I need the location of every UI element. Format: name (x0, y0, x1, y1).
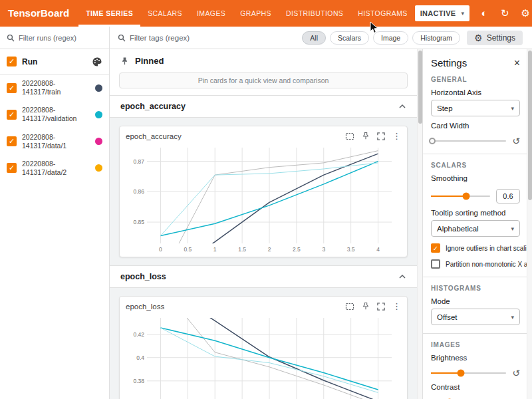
partition-x-checkbox[interactable] (431, 259, 440, 269)
slider-thumb[interactable] (458, 370, 465, 377)
tooltip-sorting-select[interactable]: Alphabetical ▾ (431, 220, 520, 237)
svg-text:0: 0 (159, 246, 162, 253)
search-icon (7, 34, 15, 42)
run-checkbox[interactable]: ✓ (7, 83, 17, 93)
refresh-icon[interactable]: ↻ (499, 7, 511, 19)
smoothing-row (431, 189, 520, 203)
settings-scrollbar[interactable] (527, 49, 532, 399)
ignore-outliers-checkbox[interactable]: ✓ (431, 243, 440, 253)
plugin-tabs: TIME SERIES SCALARS IMAGES GRAPHS DISTRI… (78, 0, 414, 27)
run-checkbox[interactable]: ✓ (7, 110, 17, 120)
svg-text:2: 2 (268, 246, 271, 253)
fit-to-data-icon[interactable] (345, 303, 354, 311)
run-row-data-1[interactable]: ✓ 20220808-141317/data/1 (0, 128, 109, 155)
run-color-dot[interactable] (95, 111, 102, 118)
section-epoch-accuracy[interactable]: epoch_accuracy (110, 95, 417, 118)
cards-scrollbar[interactable] (417, 49, 422, 399)
brightness-row: ↺ (431, 368, 520, 378)
chip-all[interactable]: All (302, 31, 326, 45)
tab-distributions[interactable]: DISTRIBUTIONS (279, 0, 350, 27)
chip-histogram[interactable]: Histogram (412, 31, 460, 45)
run-row-train[interactable]: ✓ 20220808-141317/train (0, 74, 109, 101)
settings-button[interactable]: ⚙ Settings (467, 31, 523, 45)
run-color-dot[interactable] (95, 138, 102, 145)
filter-tags-input[interactable] (130, 34, 298, 42)
smoothing-slider[interactable] (431, 196, 490, 197)
more-options-icon[interactable]: ⋮ (392, 301, 401, 311)
epoch-loss-chart[interactable]: 00.511.522.533.540.360.380.40.42 (126, 313, 397, 399)
run-row-data-2[interactable]: ✓ 20220808-141317/data/2 (0, 155, 109, 182)
reset-icon[interactable]: ↺ (512, 136, 520, 146)
contrast-label: Contrast (431, 383, 520, 391)
slider-fill (431, 196, 466, 197)
settings-scrollbar-thumb[interactable] (528, 51, 532, 200)
pinned-hint: Pin cards for a quick view and compariso… (119, 72, 408, 88)
brightness-slider[interactable] (431, 372, 506, 374)
pin-card-icon[interactable] (362, 302, 370, 311)
horizontal-axis-select[interactable]: Step ▾ (431, 100, 520, 116)
close-icon[interactable]: × (514, 58, 520, 68)
histograms-section-label: HISTOGRAMS (431, 285, 520, 292)
reload-status-dropdown[interactable]: INACTIVE ▾ (415, 5, 470, 21)
card-title: epoch_loss (126, 303, 345, 311)
run-label: 20220808-141317/data/2 (22, 160, 83, 177)
tab-time-series[interactable]: TIME SERIES (78, 0, 140, 27)
run-label: 20220808-141317/validation (22, 106, 83, 123)
run-color-dot[interactable] (95, 84, 102, 92)
tensorboard-app: TensorBoard TIME SERIES SCALARS IMAGES G… (0, 0, 532, 399)
horizontal-axis-label: Horizontal Axis (431, 88, 520, 96)
more-options-icon[interactable]: ⋮ (392, 131, 401, 141)
slider-thumb[interactable] (429, 138, 436, 144)
fullscreen-icon[interactable] (377, 303, 385, 311)
epoch-accuracy-chart[interactable]: 00.511.522.533.540.850.860.87 (126, 142, 397, 254)
run-row-validation[interactable]: ✓ 20220808-141317/validation (0, 101, 109, 128)
histogram-mode-select[interactable]: Offset ▾ (431, 309, 520, 325)
slider-thumb[interactable] (463, 193, 470, 200)
images-section-label: IMAGES (431, 341, 520, 348)
chip-image[interactable]: Image (373, 31, 408, 45)
run-checkbox[interactable]: ✓ (7, 163, 17, 173)
chevron-up-icon[interactable] (398, 103, 406, 110)
card-actions: ⋮ (345, 131, 401, 141)
pinned-title: Pinned (135, 56, 164, 66)
card-width-label: Card Width (431, 122, 520, 130)
svg-text:3: 3 (322, 246, 325, 253)
reset-icon[interactable]: ↺ (512, 368, 520, 378)
chevron-up-icon[interactable] (398, 273, 406, 280)
tab-histograms[interactable]: HISTOGRAMS (350, 0, 414, 27)
run-label: 20220808-141317/train (22, 79, 83, 96)
palette-icon[interactable] (92, 57, 102, 67)
tab-scalars[interactable]: SCALARS (140, 0, 190, 27)
select-all-runs-checkbox[interactable]: ✓ (7, 57, 17, 66)
ignore-outliers-row: ✓ Ignore outliers in chart scaling (431, 243, 520, 253)
run-color-dot[interactable] (95, 164, 102, 172)
settings-button-label: Settings (487, 33, 515, 43)
app-title: TensorBoard (0, 0, 78, 27)
tab-images[interactable]: IMAGES (190, 0, 233, 27)
section-title: epoch_accuracy (120, 102, 186, 111)
chevron-down-icon: ▾ (511, 225, 514, 232)
svg-text:2.5: 2.5 (293, 246, 301, 253)
search-icon (118, 34, 126, 42)
pin-icon (120, 57, 129, 66)
ignore-outliers-label: Ignore outliers in chart scaling (446, 245, 532, 252)
gear-icon[interactable]: ⚙ (519, 7, 531, 19)
run-checkbox[interactable]: ✓ (7, 136, 17, 146)
filter-runs-input[interactable] (19, 34, 102, 42)
svg-text:0.42: 0.42 (133, 331, 144, 338)
chip-scalars[interactable]: Scalars (330, 31, 369, 45)
pin-card-icon[interactable] (362, 132, 370, 140)
fit-to-data-icon[interactable] (345, 132, 354, 140)
theme-toggle-icon[interactable]: ◐ (478, 7, 490, 19)
section-epoch-loss[interactable]: epoch_loss (110, 265, 417, 288)
scalar-card-epoch-loss: epoch_loss (119, 296, 408, 399)
card-width-slider[interactable] (431, 140, 506, 142)
partition-x-label: Partition non-monotonic X axis (446, 261, 532, 268)
card-title: epoch_accuracy (126, 132, 345, 140)
smoothing-value-input[interactable] (496, 189, 520, 203)
fullscreen-icon[interactable] (377, 132, 385, 140)
tab-graphs[interactable]: GRAPHS (233, 0, 279, 27)
histogram-mode-label: Mode (431, 297, 520, 305)
section-title: epoch_loss (120, 272, 166, 281)
gear-icon: ⚙ (474, 33, 483, 43)
